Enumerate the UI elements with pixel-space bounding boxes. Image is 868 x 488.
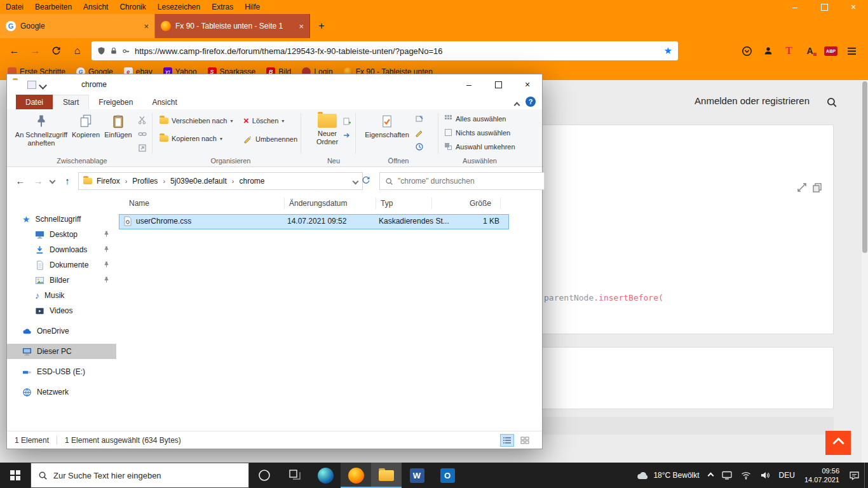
quick-access-toolbar-icon[interactable] — [27, 81, 36, 89]
code-expand-button[interactable] — [797, 182, 807, 193]
column-modified[interactable]: Änderungsdatum — [289, 199, 347, 208]
start-button[interactable] — [0, 463, 31, 488]
clock[interactable]: 09:56 14.07.2021 — [799, 466, 844, 484]
sidebar-item-netzwerk[interactable]: Netzwerk — [7, 384, 116, 400]
forward-button[interactable]: → — [26, 42, 44, 60]
up-button[interactable]: ↑ — [59, 172, 76, 189]
cut-button[interactable] — [137, 114, 148, 126]
ribbon-tab-ansicht[interactable]: Ansicht — [142, 95, 186, 109]
login-register-link[interactable]: Anmelden oder registrieren — [695, 95, 810, 106]
ribbon-tab-datei[interactable]: Datei — [16, 95, 53, 109]
select-all-button[interactable]: Alles auswählen — [444, 114, 506, 123]
help-button[interactable]: ? — [526, 97, 536, 107]
column-divider[interactable] — [284, 198, 285, 209]
translate-button[interactable]: A — [801, 43, 818, 60]
page-search-button[interactable] — [826, 97, 837, 108]
history-button[interactable] — [414, 141, 425, 152]
column-size[interactable]: Größe — [437, 199, 491, 208]
scroll-to-top-button[interactable] — [825, 431, 851, 455]
ribbon-collapse-button[interactable] — [515, 100, 519, 109]
breadcrumb-profile-folder[interactable]: 5j039e0e.default — [168, 177, 229, 186]
menu-ansicht[interactable]: Ansicht — [78, 0, 114, 14]
show-hidden-icons-button[interactable] — [704, 463, 717, 488]
forward-button[interactable]: → — [30, 172, 46, 189]
sidebar-item-schnellzugriff[interactable]: ★ Schnellzugriff — [7, 212, 116, 227]
details-view-button[interactable] — [500, 434, 514, 447]
paste-button[interactable]: Einfügen — [102, 114, 134, 139]
taskbar-outlook[interactable]: O — [432, 463, 463, 488]
invert-selection-button[interactable]: Auswahl umkehren — [444, 142, 515, 151]
action-center-button[interactable] — [844, 463, 864, 488]
back-button[interactable]: ← — [5, 42, 24, 60]
taskbar-explorer[interactable] — [371, 463, 402, 488]
column-divider[interactable] — [500, 198, 501, 209]
home-button[interactable]: ⌂ — [68, 42, 86, 60]
copy-path-button[interactable] — [137, 128, 148, 140]
taskbar-word[interactable]: W — [402, 463, 432, 488]
sidebar-item-esd-usb[interactable]: ESD-USB (E:) — [7, 364, 116, 379]
select-none-button[interactable]: Nichts auswählen — [444, 128, 510, 137]
menu-hilfe[interactable]: Hilfe — [239, 0, 266, 14]
refresh-button[interactable] — [358, 172, 374, 189]
menu-lesezeichen[interactable]: Lesezeichen — [152, 0, 206, 14]
sidebar-item-dieser-pc[interactable]: Dieser PC — [7, 344, 116, 359]
close-button[interactable]: × — [839, 0, 868, 14]
sidebar-item-musik[interactable]: ♪ Musik — [7, 288, 116, 303]
tab-google[interactable]: G Google × — [0, 14, 155, 38]
sidebar-item-bilder[interactable]: Bilder — [7, 273, 116, 288]
explorer-search-input[interactable]: "chrome" durchsuchen — [379, 172, 545, 190]
rename-button[interactable]: Umbenennen — [243, 135, 297, 144]
network-tray-button[interactable] — [736, 463, 756, 488]
extension-t-button[interactable]: T — [780, 43, 797, 60]
url-bar[interactable]: https://www.camp-firefox.de/forum/thema/… — [92, 41, 678, 60]
menu-extras[interactable]: Extras — [206, 0, 239, 14]
sidebar-item-onedrive[interactable]: OneDrive — [7, 323, 116, 339]
new-folder-button[interactable]: Neuer Ordner — [309, 114, 345, 146]
column-type[interactable]: Typ — [381, 199, 393, 208]
pin-quick-access-button[interactable]: An Schnellzugriff anheften — [13, 114, 69, 147]
sidebar-item-videos[interactable]: Videos — [7, 303, 116, 318]
paste-shortcut-button[interactable] — [137, 142, 148, 154]
volume-tray-button[interactable] — [756, 463, 775, 488]
explorer-titlebar[interactable]: chrome – × — [7, 74, 542, 95]
taskbar-edge[interactable] — [310, 463, 341, 488]
minimize-button[interactable]: – — [780, 0, 810, 14]
menu-chronik[interactable]: Chronik — [114, 0, 151, 14]
taskbar-search-input[interactable]: Zur Suche Text hier eingeben — [31, 463, 249, 488]
permissions-icon[interactable] — [122, 47, 130, 55]
ribbon-tab-freigeben[interactable]: Freigeben — [89, 95, 142, 109]
language-indicator[interactable]: DEU — [775, 463, 799, 488]
sidebar-item-dokumente[interactable]: Dokumente — [7, 257, 116, 273]
qat-customize-icon[interactable] — [39, 81, 47, 90]
reload-button[interactable] — [47, 42, 65, 60]
bookmark-star-icon[interactable]: ★ — [664, 45, 672, 57]
new-item-button[interactable] — [341, 116, 353, 127]
tab-camp-firefox[interactable]: Fx 90 - Tableiste unten - Seite 1 × — [155, 14, 310, 38]
display-tray-button[interactable] — [717, 463, 736, 488]
weather-widget[interactable]: 18°C Bewölkt — [632, 463, 703, 488]
breadcrumb-chrome[interactable]: chrome — [237, 177, 266, 186]
ribbon-tab-start[interactable]: Start — [53, 95, 89, 109]
minimize-button[interactable]: – — [454, 74, 484, 95]
thumbnail-view-button[interactable] — [518, 434, 532, 447]
menu-bearbeiten[interactable]: Bearbeiten — [29, 0, 78, 14]
copy-to-button[interactable]: Kopieren nach ▾ — [159, 135, 222, 142]
delete-button[interactable]: × Löschen ▾ — [243, 117, 284, 125]
scrollbar-thumb[interactable] — [862, 81, 867, 253]
show-desktop-button[interactable] — [864, 463, 868, 488]
maximize-button[interactable] — [810, 0, 839, 14]
maximize-button[interactable] — [484, 74, 513, 95]
pocket-button[interactable] — [738, 43, 756, 60]
code-copy-button[interactable] — [812, 182, 822, 193]
new-tab-button[interactable]: + — [310, 14, 333, 38]
easy-access-button[interactable] — [341, 130, 353, 141]
breadcrumb-profiles[interactable]: Profiles — [130, 177, 159, 186]
file-row-userchrome[interactable]: userChrome.css 14.07.2021 09:52 Kaskadie… — [119, 214, 509, 229]
column-divider[interactable] — [376, 198, 376, 209]
account-button[interactable] — [759, 43, 776, 60]
properties-button[interactable]: Eigenschaften — [364, 114, 410, 139]
back-button[interactable]: ← — [12, 172, 29, 189]
close-button[interactable]: × — [513, 74, 542, 95]
column-divider[interactable] — [431, 198, 432, 209]
move-to-button[interactable]: Verschieben nach ▾ — [159, 117, 233, 125]
